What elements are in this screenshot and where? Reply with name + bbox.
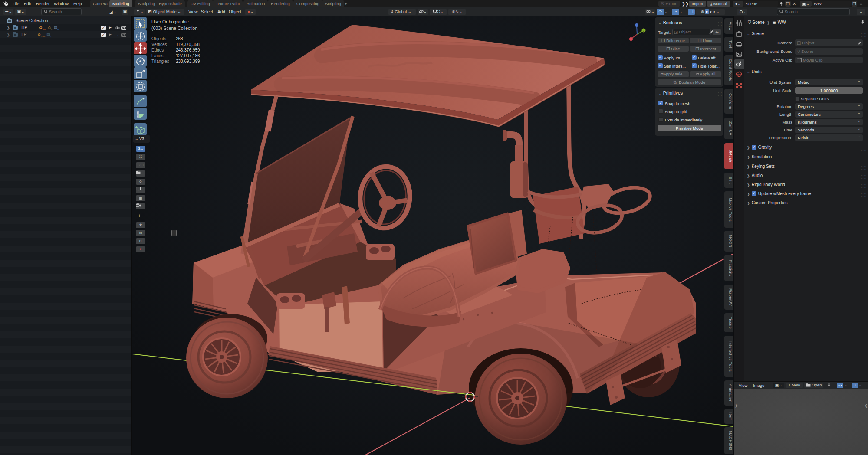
svg-text:y: y <box>643 29 644 32</box>
